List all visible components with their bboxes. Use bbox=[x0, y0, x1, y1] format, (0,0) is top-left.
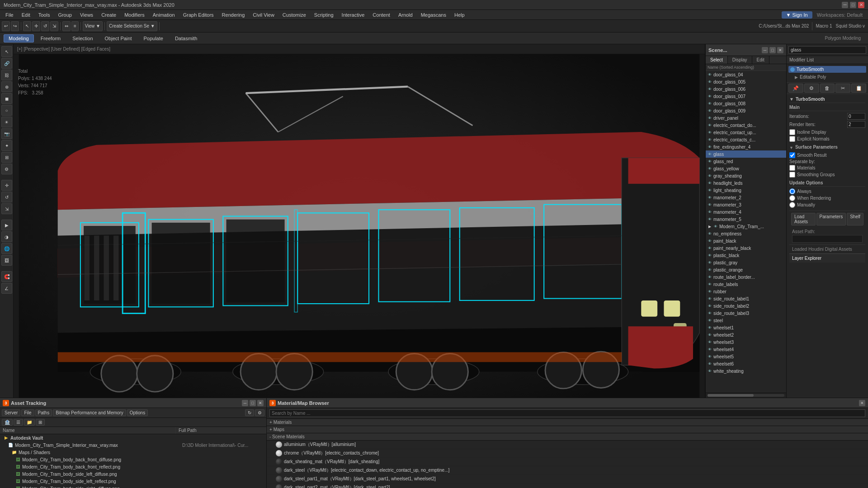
mirror-button[interactable]: ⇔ bbox=[62, 21, 71, 31]
scene-item-door-glass-007[interactable]: 👁 door_glass_007 bbox=[706, 93, 786, 100]
scene-item-fire-extingusher[interactable]: 👁 fire_extingusher_4 bbox=[706, 143, 786, 150]
lt-unlink[interactable]: ⛓ bbox=[1, 70, 12, 80]
scene-item-manometer-4[interactable]: 👁 manometer_4 bbox=[706, 208, 786, 216]
at-minimize-btn[interactable]: ─ bbox=[242, 400, 248, 406]
scene-item-wheelset5[interactable]: 👁 wheelset5 bbox=[706, 353, 786, 360]
viewport-canvas[interactable]: Total Polys: 1 438 244 Verts: 744 717 FP… bbox=[14, 54, 705, 398]
scene-item-paint-nearly-black[interactable]: 👁 paint_nearly_black bbox=[706, 244, 786, 252]
lt-material[interactable]: ◑ bbox=[1, 231, 12, 242]
scene-item-door-glass-04[interactable]: 👁 door_glass_04 bbox=[706, 71, 786, 78]
mat-chrome[interactable]: chrome（VRayMtl）[electric_contacts_chrome… bbox=[267, 449, 868, 458]
turbosmooth-header[interactable]: ▼ TurboSmooth bbox=[789, 96, 865, 103]
select-button[interactable]: ↖ bbox=[23, 21, 31, 31]
ts-when-rendering-radio[interactable] bbox=[789, 195, 795, 201]
menu-arnold[interactable]: Arnold bbox=[395, 11, 416, 19]
mode-selection[interactable]: Selection bbox=[67, 34, 98, 42]
scene-item-glass[interactable]: 👁 glass bbox=[706, 150, 786, 158]
scale-button[interactable]: ⇲ bbox=[50, 21, 58, 31]
scene-item-plastic-black[interactable]: 👁 plastic_black bbox=[706, 252, 786, 259]
lt-space-warp[interactable]: ⊞ bbox=[1, 152, 12, 163]
ts-iterations-input[interactable] bbox=[847, 113, 865, 120]
scene-item-driver-panel[interactable]: 👁 driver_panel bbox=[706, 114, 786, 122]
at-maximize-btn[interactable]: □ bbox=[250, 400, 256, 406]
scene-item-paint-black[interactable]: 👁 paint_black bbox=[706, 237, 786, 244]
layer-explorer-section[interactable]: Layer Explorer bbox=[789, 253, 865, 263]
scene-item-gray-sheating[interactable]: 👁 gray_sheating bbox=[706, 172, 786, 179]
scene-item-route-label-border[interactable]: 👁 route_label_border... bbox=[706, 273, 786, 281]
at-row-body-side-left-reflect[interactable]: 🖼 Modern_City_Tram_body_side_left_reflec… bbox=[0, 478, 266, 485]
at-refresh-btn[interactable]: ↻ bbox=[245, 409, 254, 416]
at-bitmap-menu[interactable]: Bitmap Performance and Memory bbox=[53, 409, 126, 416]
at-row-body-back-reflect[interactable]: 🖼 Modern_City_Tram_body_back_front_refle… bbox=[0, 463, 266, 470]
mat-dark-sheating[interactable]: dark_sheating_mat（VRayMtl）[dark_sheating… bbox=[267, 458, 868, 466]
scene-item-plastic-orange[interactable]: 👁 plastic_orange bbox=[706, 266, 786, 273]
asset-path-input[interactable] bbox=[792, 235, 863, 243]
scene-item-light-sheating[interactable]: 👁 light_sheating bbox=[706, 187, 786, 194]
menu-scripting[interactable]: Scripting bbox=[311, 11, 337, 19]
viewport[interactable]: [+] [Perspective] [User Defined] [Edged … bbox=[14, 44, 705, 398]
scene-item-wheelset6[interactable]: 👁 wheelset6 bbox=[706, 360, 786, 367]
menu-edit[interactable]: Edit bbox=[18, 11, 34, 19]
at-row-body-side-left-diffuse[interactable]: 🖼 Modern_City_Tram_body_side_left_diffus… bbox=[0, 470, 266, 478]
lt-helper[interactable]: ✦ bbox=[1, 140, 12, 151]
modifier-search-input[interactable] bbox=[788, 46, 866, 54]
scene-item-modern-city-tram[interactable]: ▶ 👁 Modern_City_Tram_... bbox=[706, 223, 786, 230]
mb-close-btn[interactable]: ✕ bbox=[859, 400, 865, 406]
ts-surface-header[interactable]: ▼ Surface Parameters bbox=[789, 145, 865, 150]
scene-minimize-btn[interactable]: ─ bbox=[762, 47, 768, 53]
scene-item-door-glass-005[interactable]: 👁 door_glass_005 bbox=[706, 78, 786, 85]
mat-dark-steel[interactable]: dark_steel（VRayMtl）[electric_contact_dow… bbox=[267, 466, 868, 475]
menu-megascans[interactable]: Megascans bbox=[417, 11, 450, 19]
at-close-btn[interactable]: ✕ bbox=[257, 400, 264, 406]
mode-datasmith[interactable]: Datasmith bbox=[170, 34, 203, 42]
material-search-input[interactable] bbox=[269, 409, 865, 417]
move-button[interactable]: ✛ bbox=[32, 21, 40, 31]
ts-isoline-checkbox[interactable] bbox=[789, 129, 795, 135]
modifier-editable-poly[interactable]: ▶ Editable Poly bbox=[788, 74, 866, 80]
scene-item-wheelset1[interactable]: 👁 wheelset1 bbox=[706, 324, 786, 331]
scene-item-electric-contact-do[interactable]: 👁 electric_contact_do... bbox=[706, 122, 786, 129]
lt-rotate[interactable]: ↺ bbox=[1, 192, 12, 202]
maximize-button[interactable]: □ bbox=[850, 2, 856, 8]
lt-shape[interactable]: ○ bbox=[1, 105, 12, 116]
lt-angle-snap[interactable]: ∠ bbox=[1, 283, 12, 294]
pin-modifier-btn[interactable]: 📌 bbox=[788, 84, 803, 93]
mat-alluminium[interactable]: alluminium（VRayMtl）[alluminium] bbox=[267, 441, 868, 449]
menu-tools[interactable]: Tools bbox=[35, 11, 54, 19]
ts-materials-checkbox[interactable] bbox=[789, 165, 795, 171]
mode-populate[interactable]: Populate bbox=[138, 34, 168, 42]
mat-dark-steel-part2[interactable]: dark_steel_part2_mat（VRayMtl）[dark_steel… bbox=[267, 483, 868, 488]
mat-dark-steel-part1[interactable]: dark_steel_part1_mat（VRayMtl）[dark_steel… bbox=[267, 475, 868, 483]
scene-item-side-route-label2[interactable]: 👁 side_route_label2 bbox=[706, 302, 786, 310]
scene-maximize-btn[interactable]: □ bbox=[769, 47, 776, 53]
lt-camera[interactable]: 📷 bbox=[1, 128, 12, 139]
scene-item-side-route-label1[interactable]: 👁 side_route_label1 bbox=[706, 295, 786, 302]
at-paths-menu[interactable]: Paths bbox=[35, 409, 52, 416]
lt-link[interactable]: 🔗 bbox=[1, 58, 12, 69]
at-folder-btn[interactable]: 📁 bbox=[24, 419, 35, 426]
lt-bind[interactable]: ⊕ bbox=[1, 81, 12, 92]
ts-smooth-result-checkbox[interactable] bbox=[789, 152, 795, 158]
cut-modifier-btn[interactable]: ✂ bbox=[835, 84, 850, 93]
menu-help[interactable]: Help bbox=[451, 11, 468, 19]
undo-button[interactable]: ↩ bbox=[2, 21, 10, 31]
menu-views[interactable]: Views bbox=[76, 11, 97, 19]
scene-item-manometer-3[interactable]: 👁 manometer_3 bbox=[706, 201, 786, 208]
menu-customize[interactable]: Customize bbox=[279, 11, 310, 19]
scene-item-rubber[interactable]: 👁 rubber bbox=[706, 288, 786, 295]
lt-move[interactable]: ✛ bbox=[1, 180, 12, 191]
menu-graph-editors[interactable]: Graph Editors bbox=[179, 11, 217, 19]
scene-close-btn[interactable]: ✕ bbox=[777, 47, 783, 53]
scene-tab-select[interactable]: Select bbox=[706, 56, 728, 64]
scene-item-electric-contact-up[interactable]: 👁 electric_contact_up... bbox=[706, 129, 786, 136]
parameters-btn[interactable]: Parameters bbox=[816, 213, 846, 225]
at-row-max-file[interactable]: 📄 Modern_City_Tram_Simple_Interior_max_v… bbox=[0, 441, 266, 449]
create-selection-btn[interactable]: Create Selection Se ▼ bbox=[107, 21, 157, 31]
scene-item-manometer-5[interactable]: 👁 manometer_5 bbox=[706, 216, 786, 223]
lt-system[interactable]: ⚙ bbox=[1, 164, 12, 174]
sign-in-button[interactable]: ▼ Sign In bbox=[782, 11, 812, 19]
at-row-vault[interactable]: ▶ Autodesk Vault bbox=[0, 434, 266, 441]
at-row-body-back-diffuse[interactable]: 🖼 Modern_City_Tram_body_back_front_diffu… bbox=[0, 456, 266, 463]
at-options-menu[interactable]: Options bbox=[127, 409, 148, 416]
scene-item-door-glass-009[interactable]: 👁 door_glass_009 bbox=[706, 107, 786, 114]
